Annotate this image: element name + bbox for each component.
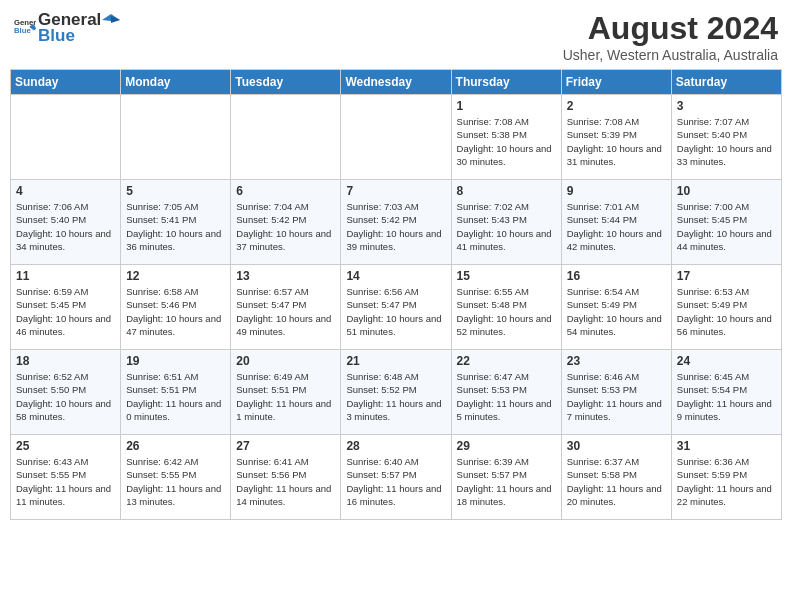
day-info: Sunrise: 7:06 AMSunset: 5:40 PMDaylight:… <box>16 200 115 253</box>
day-number: 10 <box>677 184 776 198</box>
day-number: 24 <box>677 354 776 368</box>
calendar-cell: 3Sunrise: 7:07 AMSunset: 5:40 PMDaylight… <box>671 95 781 180</box>
day-number: 23 <box>567 354 666 368</box>
day-number: 19 <box>126 354 225 368</box>
day-info: Sunrise: 7:01 AMSunset: 5:44 PMDaylight:… <box>567 200 666 253</box>
day-number: 1 <box>457 99 556 113</box>
calendar-cell: 28Sunrise: 6:40 AMSunset: 5:57 PMDayligh… <box>341 435 451 520</box>
location-subtitle: Usher, Western Australia, Australia <box>563 47 778 63</box>
calendar-cell <box>121 95 231 180</box>
day-number: 29 <box>457 439 556 453</box>
day-info: Sunrise: 6:48 AMSunset: 5:52 PMDaylight:… <box>346 370 445 423</box>
day-info: Sunrise: 6:57 AMSunset: 5:47 PMDaylight:… <box>236 285 335 338</box>
day-info: Sunrise: 7:04 AMSunset: 5:42 PMDaylight:… <box>236 200 335 253</box>
day-number: 17 <box>677 269 776 283</box>
day-number: 11 <box>16 269 115 283</box>
day-number: 22 <box>457 354 556 368</box>
calendar-cell: 23Sunrise: 6:46 AMSunset: 5:53 PMDayligh… <box>561 350 671 435</box>
title-block: August 2024 Usher, Western Australia, Au… <box>563 10 778 63</box>
calendar-cell: 22Sunrise: 6:47 AMSunset: 5:53 PMDayligh… <box>451 350 561 435</box>
day-number: 6 <box>236 184 335 198</box>
day-info: Sunrise: 6:51 AMSunset: 5:51 PMDaylight:… <box>126 370 225 423</box>
calendar-cell: 13Sunrise: 6:57 AMSunset: 5:47 PMDayligh… <box>231 265 341 350</box>
day-number: 25 <box>16 439 115 453</box>
calendar-cell: 27Sunrise: 6:41 AMSunset: 5:56 PMDayligh… <box>231 435 341 520</box>
week-row-5: 25Sunrise: 6:43 AMSunset: 5:55 PMDayligh… <box>11 435 782 520</box>
calendar-cell: 16Sunrise: 6:54 AMSunset: 5:49 PMDayligh… <box>561 265 671 350</box>
day-info: Sunrise: 6:42 AMSunset: 5:55 PMDaylight:… <box>126 455 225 508</box>
day-number: 7 <box>346 184 445 198</box>
calendar-cell: 24Sunrise: 6:45 AMSunset: 5:54 PMDayligh… <box>671 350 781 435</box>
day-info: Sunrise: 6:37 AMSunset: 5:58 PMDaylight:… <box>567 455 666 508</box>
day-number: 4 <box>16 184 115 198</box>
header-tuesday: Tuesday <box>231 70 341 95</box>
day-info: Sunrise: 6:58 AMSunset: 5:46 PMDaylight:… <box>126 285 225 338</box>
day-info: Sunrise: 7:08 AMSunset: 5:38 PMDaylight:… <box>457 115 556 168</box>
day-info: Sunrise: 6:36 AMSunset: 5:59 PMDaylight:… <box>677 455 776 508</box>
calendar-cell: 12Sunrise: 6:58 AMSunset: 5:46 PMDayligh… <box>121 265 231 350</box>
header-saturday: Saturday <box>671 70 781 95</box>
day-number: 28 <box>346 439 445 453</box>
day-info: Sunrise: 6:53 AMSunset: 5:49 PMDaylight:… <box>677 285 776 338</box>
day-number: 2 <box>567 99 666 113</box>
week-row-3: 11Sunrise: 6:59 AMSunset: 5:45 PMDayligh… <box>11 265 782 350</box>
day-info: Sunrise: 6:56 AMSunset: 5:47 PMDaylight:… <box>346 285 445 338</box>
calendar-cell: 30Sunrise: 6:37 AMSunset: 5:58 PMDayligh… <box>561 435 671 520</box>
day-number: 5 <box>126 184 225 198</box>
calendar-cell: 19Sunrise: 6:51 AMSunset: 5:51 PMDayligh… <box>121 350 231 435</box>
calendar-cell: 8Sunrise: 7:02 AMSunset: 5:43 PMDaylight… <box>451 180 561 265</box>
day-number: 15 <box>457 269 556 283</box>
logo-graphic: General Blue <box>14 15 36 41</box>
day-number: 9 <box>567 184 666 198</box>
calendar-cell: 15Sunrise: 6:55 AMSunset: 5:48 PMDayligh… <box>451 265 561 350</box>
calendar-cell: 18Sunrise: 6:52 AMSunset: 5:50 PMDayligh… <box>11 350 121 435</box>
calendar-cell: 11Sunrise: 6:59 AMSunset: 5:45 PMDayligh… <box>11 265 121 350</box>
day-info: Sunrise: 6:54 AMSunset: 5:49 PMDaylight:… <box>567 285 666 338</box>
calendar-cell: 14Sunrise: 6:56 AMSunset: 5:47 PMDayligh… <box>341 265 451 350</box>
calendar-cell <box>341 95 451 180</box>
day-info: Sunrise: 7:08 AMSunset: 5:39 PMDaylight:… <box>567 115 666 168</box>
day-number: 14 <box>346 269 445 283</box>
calendar-cell: 25Sunrise: 6:43 AMSunset: 5:55 PMDayligh… <box>11 435 121 520</box>
header-row: SundayMondayTuesdayWednesdayThursdayFrid… <box>11 70 782 95</box>
calendar-cell: 26Sunrise: 6:42 AMSunset: 5:55 PMDayligh… <box>121 435 231 520</box>
calendar-cell: 4Sunrise: 7:06 AMSunset: 5:40 PMDaylight… <box>11 180 121 265</box>
calendar-cell <box>11 95 121 180</box>
day-info: Sunrise: 6:40 AMSunset: 5:57 PMDaylight:… <box>346 455 445 508</box>
calendar-cell: 7Sunrise: 7:03 AMSunset: 5:42 PMDaylight… <box>341 180 451 265</box>
day-number: 18 <box>16 354 115 368</box>
calendar-cell: 29Sunrise: 6:39 AMSunset: 5:57 PMDayligh… <box>451 435 561 520</box>
calendar-cell: 10Sunrise: 7:00 AMSunset: 5:45 PMDayligh… <box>671 180 781 265</box>
day-info: Sunrise: 6:39 AMSunset: 5:57 PMDaylight:… <box>457 455 556 508</box>
week-row-2: 4Sunrise: 7:06 AMSunset: 5:40 PMDaylight… <box>11 180 782 265</box>
day-info: Sunrise: 7:00 AMSunset: 5:45 PMDaylight:… <box>677 200 776 253</box>
week-row-1: 1Sunrise: 7:08 AMSunset: 5:38 PMDaylight… <box>11 95 782 180</box>
calendar-cell: 17Sunrise: 6:53 AMSunset: 5:49 PMDayligh… <box>671 265 781 350</box>
calendar-cell: 9Sunrise: 7:01 AMSunset: 5:44 PMDaylight… <box>561 180 671 265</box>
header-thursday: Thursday <box>451 70 561 95</box>
day-info: Sunrise: 6:55 AMSunset: 5:48 PMDaylight:… <box>457 285 556 338</box>
calendar-cell: 1Sunrise: 7:08 AMSunset: 5:38 PMDaylight… <box>451 95 561 180</box>
day-info: Sunrise: 7:07 AMSunset: 5:40 PMDaylight:… <box>677 115 776 168</box>
day-info: Sunrise: 7:03 AMSunset: 5:42 PMDaylight:… <box>346 200 445 253</box>
day-number: 3 <box>677 99 776 113</box>
header-monday: Monday <box>121 70 231 95</box>
day-info: Sunrise: 6:46 AMSunset: 5:53 PMDaylight:… <box>567 370 666 423</box>
svg-text:Blue: Blue <box>14 26 31 35</box>
day-info: Sunrise: 6:41 AMSunset: 5:56 PMDaylight:… <box>236 455 335 508</box>
day-number: 27 <box>236 439 335 453</box>
month-year-title: August 2024 <box>563 10 778 47</box>
header-wednesday: Wednesday <box>341 70 451 95</box>
day-number: 12 <box>126 269 225 283</box>
logo-bird-icon <box>102 11 120 29</box>
logo: General Blue General Blue <box>14 10 120 46</box>
header-sunday: Sunday <box>11 70 121 95</box>
week-row-4: 18Sunrise: 6:52 AMSunset: 5:50 PMDayligh… <box>11 350 782 435</box>
day-number: 31 <box>677 439 776 453</box>
day-info: Sunrise: 6:47 AMSunset: 5:53 PMDaylight:… <box>457 370 556 423</box>
day-info: Sunrise: 7:02 AMSunset: 5:43 PMDaylight:… <box>457 200 556 253</box>
day-number: 20 <box>236 354 335 368</box>
day-info: Sunrise: 6:43 AMSunset: 5:55 PMDaylight:… <box>16 455 115 508</box>
page-header: General Blue General Blue August 2024 Us… <box>10 10 782 63</box>
day-info: Sunrise: 6:52 AMSunset: 5:50 PMDaylight:… <box>16 370 115 423</box>
